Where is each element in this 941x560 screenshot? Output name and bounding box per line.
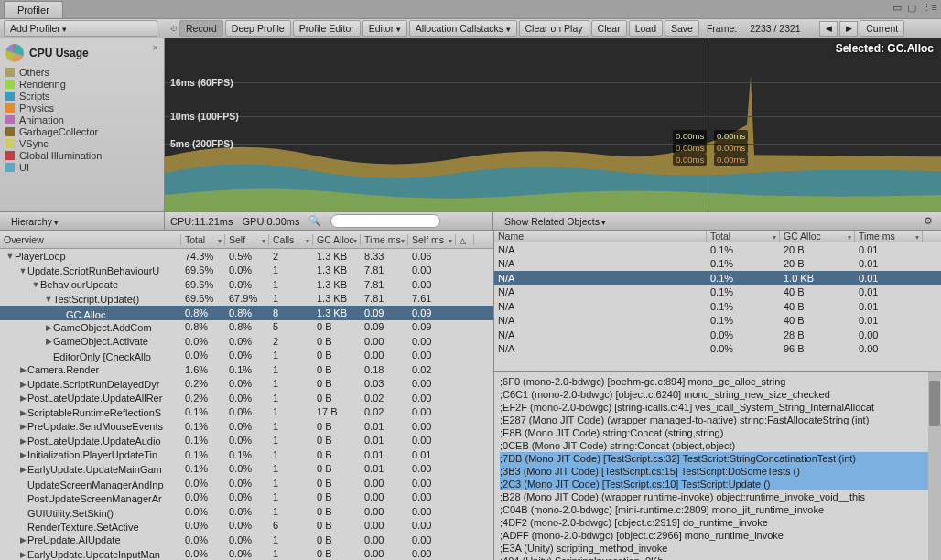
legend-item[interactable]: GarbageCollector — [5, 125, 158, 137]
tree-row[interactable]: UpdateScreenManagerAndInp0.0%0.0%10 B0.0… — [0, 476, 493, 490]
callstack-line[interactable]: ;C6C1 (mono-2.0-bdwgc) [object.c:6240] m… — [500, 388, 936, 401]
load-button[interactable]: Load — [629, 20, 663, 37]
profiler-tab[interactable]: Profiler — [4, 1, 63, 18]
column-header[interactable]: Overview — [0, 234, 181, 245]
next-frame-button[interactable]: ▶ — [839, 21, 858, 37]
tree-row[interactable]: ▶GameObject.AddCom0.8%0.8%50 B0.090.09 — [0, 320, 493, 335]
tree-row[interactable]: ▼TestScript.Update()69.6%67.9%11.3 KB7.8… — [0, 292, 493, 307]
clear-button[interactable]: Clear — [591, 20, 627, 37]
prev-frame-button[interactable]: ◀ — [819, 21, 838, 37]
related-row[interactable]: N/A0.1%40 B0.01 — [494, 299, 941, 314]
callstack-line[interactable]: ;7DB (Mono JIT Code) [TestScript.cs:32] … — [500, 452, 936, 465]
tree-row[interactable]: ▶ScriptableRuntimeReflectionS0.1%0.0%117… — [0, 405, 493, 420]
min-icon[interactable]: ▭ — [892, 2, 902, 14]
tree-row[interactable]: ▶PreUpdate.SendMouseEvents0.1%0.0%10 B0.… — [0, 419, 493, 434]
tree-row[interactable]: EditorOnly [CheckAllo0.0%0.0%10 B0.000.0… — [0, 349, 493, 363]
legend-item[interactable]: VSync — [5, 137, 158, 149]
show-related-dropdown[interactable]: Show Related Objects — [499, 214, 611, 229]
callstack-line[interactable]: ;6F0 (mono-2.0-bdwgc) [boehm-gc.c:894] m… — [500, 375, 936, 388]
tree-row[interactable]: ▶Camera.Render1.6%0.1%10 B0.180.02 — [0, 362, 493, 377]
tree-row[interactable]: ▶PreUpdate.AIUpdate0.0%0.0%10 B0.000.00 — [0, 533, 493, 547]
callstack-line[interactable]: ;C04B (mono-2.0-bdwgc) [mini-runtime.c:2… — [500, 503, 936, 516]
callstack-line[interactable]: ;4DF2 (mono-2.0-bdwgc) [object.c:2919] d… — [500, 516, 936, 529]
column-header[interactable]: Calls▾ — [269, 234, 313, 245]
disclosure-icon[interactable]: ▼ — [44, 295, 53, 304]
disclosure-icon[interactable]: ▶ — [18, 436, 27, 446]
callstack-line[interactable]: ;2C3 (Mono JIT Code) [TestScript.cs:10] … — [500, 478, 936, 490]
cpu-graph[interactable]: 16ms (60FPS)10ms (100FPS)5ms (200FPS) Se… — [165, 38, 941, 211]
disclosure-icon[interactable]: ▶ — [18, 450, 27, 459]
tree-row[interactable]: ▶PostLateUpdate.UpdateAllRer0.2%0.0%10 B… — [0, 391, 493, 405]
search-input[interactable] — [330, 214, 440, 228]
callstack-line[interactable]: ;E287 (Mono JIT Code) (wrapper managed-t… — [500, 414, 936, 426]
callstack-line[interactable]: ;404 (Unity) ScriptingInvocation..0Kb — [500, 555, 936, 560]
menu-icon[interactable]: ⋮≡ — [922, 2, 937, 14]
editor-dropdown[interactable]: Editor — [362, 20, 407, 37]
disclosure-icon[interactable]: ▶ — [44, 323, 53, 332]
disclosure-icon[interactable]: ▶ — [18, 393, 27, 403]
hierarchy-dropdown[interactable]: Hierarchy — [5, 214, 158, 229]
column-header[interactable]: Time ms▾ — [855, 231, 923, 242]
column-header[interactable]: GC Alloc▾ — [313, 234, 361, 245]
disclosure-icon[interactable]: ▶ — [18, 380, 27, 389]
related-row[interactable]: N/A0.0%28 B0.00 — [494, 328, 941, 342]
column-header[interactable]: GC Alloc▾ — [780, 231, 855, 242]
related-body[interactable]: N/A0.1%20 B0.01N/A0.1%20 B0.01N/A0.1%1.0… — [494, 242, 941, 371]
column-header[interactable]: Self ms▾ — [408, 234, 456, 245]
record-button[interactable]: Record — [179, 20, 223, 37]
tree-row[interactable]: GC.Alloc0.8%0.8%81.3 KB0.090.09 — [0, 306, 493, 320]
column-header[interactable]: Time ms▾ — [361, 234, 408, 245]
callstack-line[interactable]: ;EF2F (mono-2.0-bdwgc) [string-icalls.c:… — [500, 401, 936, 414]
legend-item[interactable]: Global Illumination — [5, 149, 158, 161]
disclosure-icon[interactable]: ▼ — [31, 280, 40, 289]
callstack-line[interactable]: ;B28 (Mono JIT Code) (wrapper runtime-in… — [500, 490, 936, 503]
legend-item[interactable]: UI — [5, 161, 158, 173]
disclosure-icon[interactable]: ▼ — [18, 266, 27, 275]
tree-row[interactable]: GUIUtility.SetSkin()0.0%0.0%10 B0.000.00 — [0, 504, 493, 519]
disclosure-icon[interactable]: ▶ — [18, 422, 27, 431]
tree-row[interactable]: ▶Update.ScriptRunDelayedDyr0.2%0.0%10 B0… — [0, 377, 493, 392]
related-row[interactable]: N/A0.0%96 B0.00 — [494, 342, 941, 357]
callstack-line[interactable]: ;0CEB (Mono JIT Code) string:Concat (obj… — [500, 439, 936, 452]
clear-on-play-button[interactable]: Clear on Play — [519, 20, 589, 37]
column-header[interactable]: Self▾ — [225, 234, 269, 245]
disclosure-icon[interactable]: ▶ — [18, 465, 27, 474]
column-header[interactable]: Total▾ — [707, 231, 780, 242]
legend-item[interactable]: Physics — [5, 102, 158, 113]
save-button[interactable]: Save — [665, 20, 699, 37]
hierarchy-body[interactable]: ▼PlayerLoop74.3%0.5%21.3 KB8.330.06▼Upda… — [0, 249, 493, 560]
legend-item[interactable]: Rendering — [5, 78, 158, 90]
disclosure-icon[interactable]: ▶ — [44, 337, 53, 346]
deep-profile-button[interactable]: Deep Profile — [225, 20, 291, 37]
callstack-line[interactable]: ;ADFF (mono-2.0-bdwgc) [object.c:2966] m… — [500, 529, 936, 542]
callstack-line[interactable]: ;3B3 (Mono JIT Code) [TestScript.cs:15] … — [500, 465, 936, 478]
callstack-line[interactable]: ;E3A (Unity) scripting_method_invoke — [500, 542, 936, 555]
legend-item[interactable]: Animation — [5, 113, 158, 125]
legend-item[interactable]: Others — [5, 66, 158, 78]
tree-row[interactable]: ▶GameObject.Activate0.0%0.0%20 B0.000.00 — [0, 334, 493, 349]
disclosure-icon[interactable]: ▶ — [18, 365, 27, 374]
related-row[interactable]: N/A0.1%20 B0.01 — [494, 257, 941, 272]
disclosure-icon[interactable]: ▶ — [18, 408, 27, 417]
callstack-line[interactable]: ;E8B (Mono JIT Code) string:Concat (stri… — [500, 426, 936, 439]
max-icon[interactable]: ▢ — [907, 2, 916, 14]
add-profiler-dropdown[interactable]: Add Profiler — [4, 20, 157, 37]
gear-icon[interactable]: ⚙ — [921, 214, 936, 229]
current-button[interactable]: Current — [860, 20, 904, 37]
profile-editor-button[interactable]: Profile Editor — [293, 20, 361, 37]
tree-row[interactable]: ▼BehaviourUpdate69.6%0.0%11.3 KB7.810.00 — [0, 277, 493, 292]
sort-indicator[interactable]: △ — [456, 234, 474, 245]
disclosure-icon[interactable]: ▶ — [18, 535, 27, 544]
related-row[interactable]: N/A0.1%40 B0.01 — [494, 314, 941, 328]
alloc-callstacks-dropdown[interactable]: Allocation Callstacks — [409, 20, 517, 37]
callstack-panel[interactable]: ;6F0 (mono-2.0-bdwgc) [boehm-gc.c:894] m… — [494, 371, 941, 560]
column-header[interactable]: Name — [494, 231, 707, 242]
tree-row[interactable]: ▶EarlyUpdate.UpdateInputMan0.0%0.0%10 B0… — [0, 547, 493, 561]
tree-row[interactable]: ▼Update.ScriptRunBehaviourU69.6%0.0%11.3… — [0, 264, 493, 278]
legend-item[interactable]: Scripts — [5, 90, 158, 102]
callstack-scrollbar[interactable] — [928, 372, 941, 560]
tree-row[interactable]: RenderTexture.SetActive0.0%0.0%60 B0.000… — [0, 519, 493, 533]
disclosure-icon[interactable]: ▶ — [18, 550, 27, 559]
tree-row[interactable]: PostUpdateScreenManagerAr0.0%0.0%10 B0.0… — [0, 490, 493, 505]
column-header[interactable]: Total▾ — [181, 234, 225, 245]
